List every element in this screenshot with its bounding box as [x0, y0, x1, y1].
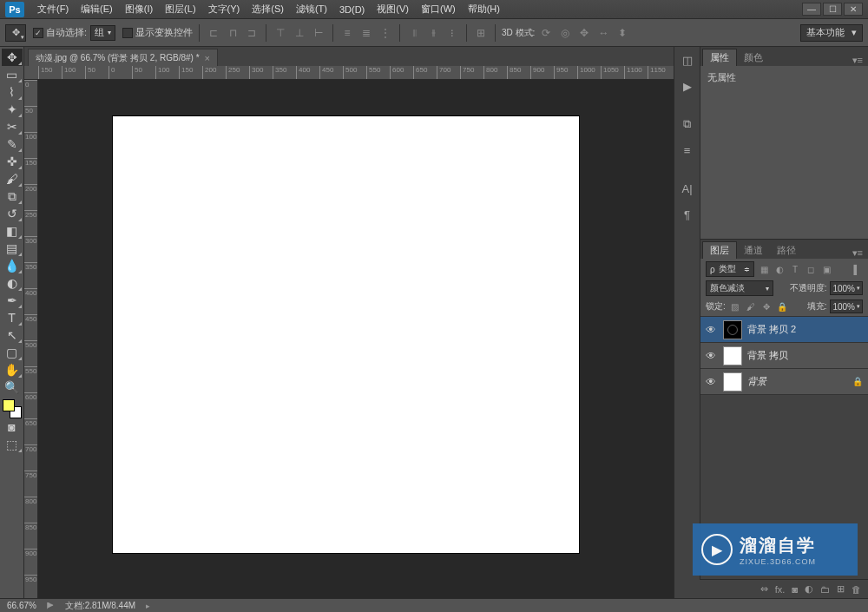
align-top-icon[interactable]: ⊤	[273, 25, 288, 41]
3d-pan-icon[interactable]: ✥	[576, 25, 592, 41]
distribute-2-icon[interactable]: ≣	[358, 25, 374, 41]
chevron-right-icon[interactable]: ▸	[146, 602, 150, 610]
align-center-h-icon[interactable]: ⊓	[225, 25, 240, 41]
3d-orbit-icon[interactable]: ⟳	[538, 25, 554, 41]
color-swatches[interactable]	[3, 399, 22, 418]
eraser-tool[interactable]: ◧	[2, 222, 23, 240]
healing-tool[interactable]: ✜	[2, 153, 23, 170]
quick-mask-tool[interactable]: ◙	[2, 418, 23, 436]
tab-layers[interactable]: 图层	[702, 241, 737, 259]
menu-type[interactable]: 文字(Y)	[202, 3, 247, 16]
clone-tool[interactable]: ⧉	[2, 188, 23, 205]
canvas[interactable]	[113, 116, 579, 553]
menu-window[interactable]: 窗口(W)	[415, 3, 462, 16]
magic-wand-tool[interactable]: ✦	[2, 101, 23, 118]
dodge-tool[interactable]: ◐	[2, 274, 23, 292]
ruler-vertical[interactable]: 0501001502002503003504004505005506006507…	[24, 80, 38, 598]
align-left-icon[interactable]: ⊏	[206, 25, 221, 41]
layer-thumbnail[interactable]	[723, 372, 742, 392]
ruler-horizontal[interactable]: 1501005005010015020025030035040045050055…	[24, 66, 674, 80]
fx-icon[interactable]: fx.	[775, 584, 786, 595]
crop-tool[interactable]: ✂	[2, 118, 23, 135]
filter-type-icon[interactable]: T	[789, 263, 801, 275]
lasso-tool[interactable]: ⌇	[2, 83, 23, 101]
tab-channels[interactable]: 通道	[737, 241, 770, 259]
canvas-background[interactable]	[38, 80, 674, 598]
panel-menu-icon[interactable]: ▾≡	[847, 247, 868, 259]
move-tool[interactable]: ✥	[2, 49, 23, 66]
tab-properties[interactable]: 属性	[702, 49, 737, 66]
auto-select-target-dropdown[interactable]: 组▾	[90, 25, 115, 41]
history-panel-icon[interactable]: ◫	[678, 50, 697, 69]
lock-trans-icon[interactable]: ▨	[729, 300, 741, 313]
opacity-input[interactable]: 100%▾	[830, 281, 863, 295]
3d-slide-icon[interactable]: ↔	[595, 25, 611, 41]
new-layer-icon[interactable]: ⊞	[837, 583, 845, 595]
gradient-tool[interactable]: ▤	[2, 240, 23, 257]
menu-help[interactable]: 帮助(H)	[462, 3, 506, 16]
minimize-button[interactable]: —	[802, 3, 821, 16]
layer-thumbnail[interactable]	[723, 346, 742, 365]
filter-toggle-icon[interactable]: ▌	[851, 263, 863, 275]
screen-mode-tool[interactable]: ⬚	[2, 436, 23, 453]
tab-paths[interactable]: 路径	[770, 241, 803, 259]
menu-file[interactable]: 文件(F)	[31, 3, 75, 16]
auto-select-checkbox[interactable]	[33, 28, 43, 38]
filter-smart-icon[interactable]: ▣	[820, 263, 832, 275]
layer-row[interactable]: 👁 背景 拷贝 2	[700, 317, 868, 343]
doc-info[interactable]: 文档:2.81M/8.44M	[65, 600, 135, 612]
distribute-3-icon[interactable]: ⋮	[378, 25, 393, 41]
distribute-5-icon[interactable]: ⫵	[425, 25, 441, 41]
visibility-icon[interactable]: 👁	[706, 376, 718, 388]
character-panel-icon[interactable]: A|	[678, 179, 697, 198]
brush-tool[interactable]: 🖌	[2, 170, 23, 188]
show-transform-option[interactable]: 显示变换控件	[122, 26, 193, 39]
close-icon[interactable]: ×	[205, 53, 210, 63]
blur-tool[interactable]: 💧	[2, 257, 23, 274]
trash-icon[interactable]: 🗑	[852, 584, 861, 595]
layer-row[interactable]: 👁 背景 🔒	[700, 369, 868, 395]
menu-3d[interactable]: 3D(D)	[333, 4, 371, 15]
menu-view[interactable]: 视图(V)	[371, 3, 415, 16]
filter-kind-dropdown[interactable]: ρ类型≑	[706, 261, 754, 277]
shape-tool[interactable]: ▢	[2, 344, 23, 361]
lock-pos-icon[interactable]: ✥	[760, 300, 773, 313]
distribute-1-icon[interactable]: ≡	[339, 25, 355, 41]
paragraph-panel-icon[interactable]: ¶	[678, 205, 697, 224]
3d-roll-icon[interactable]: ◎	[557, 25, 573, 41]
align-middle-icon[interactable]: ⊥	[292, 25, 307, 41]
type-tool[interactable]: T	[2, 309, 23, 326]
menu-image[interactable]: 图像(I)	[119, 3, 159, 16]
layer-thumbnail[interactable]	[723, 320, 742, 339]
pen-tool[interactable]: ✒	[2, 292, 23, 309]
swatches-panel-icon[interactable]: ⧉	[678, 115, 697, 134]
filter-adj-icon[interactable]: ◐	[773, 263, 786, 275]
layer-name[interactable]: 背景	[747, 375, 766, 388]
doc-tab[interactable]: 动漫.jpg @ 66.7% (背景 拷贝 2, RGB/8#) * ×	[28, 49, 218, 66]
menu-edit[interactable]: 编辑(E)	[75, 3, 119, 16]
layer-name[interactable]: 背景 拷贝	[747, 349, 788, 362]
history-brush-tool[interactable]: ↺	[2, 205, 23, 222]
menu-layer[interactable]: 图层(L)	[159, 3, 201, 16]
marquee-tool[interactable]: ▭	[2, 66, 23, 83]
show-transform-checkbox[interactable]	[122, 28, 133, 38]
fill-input[interactable]: 100%▾	[830, 299, 863, 313]
foreground-color[interactable]	[3, 399, 15, 411]
visibility-icon[interactable]: 👁	[706, 350, 718, 362]
blend-mode-dropdown[interactable]: 颜色减淡▾	[706, 280, 773, 296]
path-select-tool[interactable]: ↖	[2, 326, 23, 344]
hand-tool[interactable]: ✋	[2, 361, 23, 378]
zoom-level[interactable]: 66.67%	[7, 601, 36, 610]
3d-zoom-icon[interactable]: ⬍	[615, 25, 630, 41]
workspace-switcher[interactable]: 基本功能▾	[800, 24, 863, 42]
distribute-4-icon[interactable]: ⫴	[406, 25, 422, 41]
expand-icon[interactable]: ⯈	[47, 602, 55, 610]
mask-icon[interactable]: ◙	[792, 584, 798, 595]
link-layers-icon[interactable]: ⇔	[760, 583, 768, 595]
auto-select-option[interactable]: 自动选择:	[33, 26, 87, 39]
align-right-icon[interactable]: ⊐	[244, 25, 260, 41]
distribute-6-icon[interactable]: ⫶	[444, 25, 460, 41]
group-icon[interactable]: 🗀	[820, 584, 830, 595]
close-button[interactable]: ✕	[844, 3, 863, 16]
layer-row[interactable]: 👁 背景 拷贝	[700, 343, 868, 369]
